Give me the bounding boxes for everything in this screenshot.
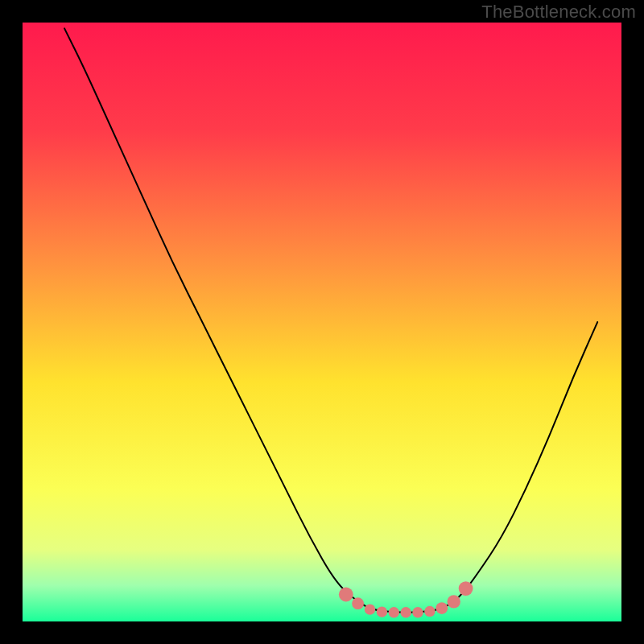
- marker-point: [424, 606, 435, 617]
- marker-point: [365, 604, 375, 614]
- marker-point: [448, 595, 460, 608]
- gradient-background: [23, 23, 621, 621]
- marker-point: [339, 588, 353, 602]
- watermark-text: TheBottleneck.com: [481, 2, 636, 23]
- bottleneck-chart: [0, 0, 644, 644]
- marker-point: [352, 597, 364, 609]
- marker-point: [377, 606, 387, 617]
- marker-point: [436, 602, 448, 614]
- marker-point: [401, 607, 411, 617]
- marker-point: [412, 607, 423, 617]
- marker-point: [459, 581, 473, 596]
- chart-frame: TheBottleneck.com: [0, 0, 644, 644]
- marker-point: [389, 607, 399, 617]
